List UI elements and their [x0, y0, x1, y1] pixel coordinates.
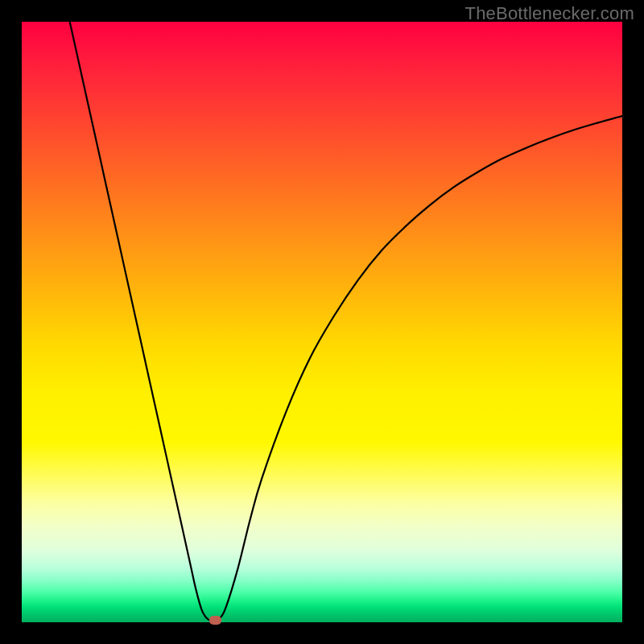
curve-svg	[22, 22, 622, 622]
trough-marker	[209, 616, 221, 625]
chart-frame: TheBottlenecker.com	[0, 0, 644, 644]
bottleneck-curve	[70, 22, 622, 621]
plot-area	[22, 22, 622, 622]
watermark-text: TheBottlenecker.com	[465, 3, 634, 24]
